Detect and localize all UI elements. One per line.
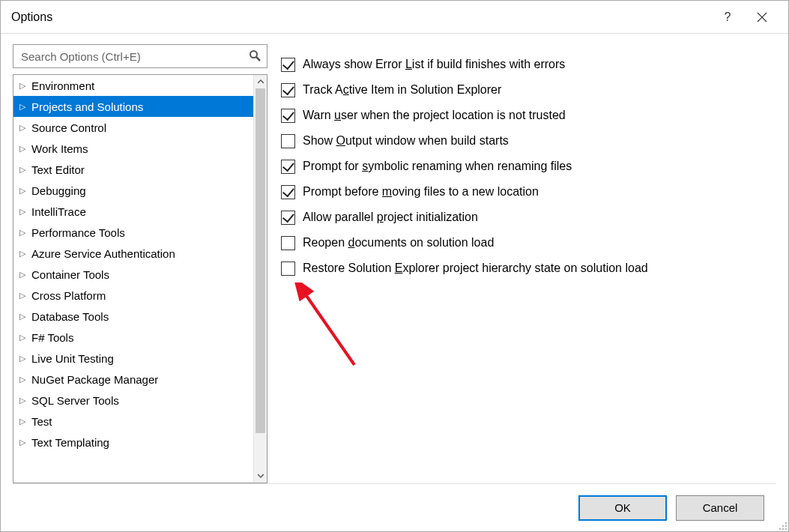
tree-expand-icon[interactable]: ▷ xyxy=(19,81,27,91)
checkbox[interactable] xyxy=(281,58,295,72)
tree-item-live-unit-testing[interactable]: ▷Live Unit Testing xyxy=(13,348,253,369)
option-label[interactable]: Warn user when the project location is n… xyxy=(303,109,566,122)
tree-expand-icon[interactable]: ▷ xyxy=(19,438,27,447)
help-icon: ? xyxy=(725,10,731,24)
tree-expand-icon[interactable]: ▷ xyxy=(19,102,27,112)
tree-item-label: Work Items xyxy=(31,142,88,155)
checkbox[interactable] xyxy=(281,160,295,174)
tree-item-azure-service-authentication[interactable]: ▷Azure Service Authentication xyxy=(13,243,253,264)
resize-grip-icon[interactable] xyxy=(777,520,788,531)
tree-item-nuget-package-manager[interactable]: ▷NuGet Package Manager xyxy=(13,369,253,390)
tree-expand-icon[interactable]: ▷ xyxy=(19,312,27,321)
checkbox[interactable] xyxy=(281,211,295,225)
tree-item-label: F# Tools xyxy=(31,331,73,344)
option-label[interactable]: Always show Error List if build finishes… xyxy=(303,58,565,71)
option-label[interactable]: Prompt before moving files to a new loca… xyxy=(303,185,539,199)
tree-expand-icon[interactable]: ▷ xyxy=(19,207,27,217)
checkbox[interactable] xyxy=(281,109,295,123)
option-row: Allow parallel project initialization xyxy=(281,205,776,230)
option-row: Always show Error List if build finishes… xyxy=(281,52,776,77)
option-label[interactable]: Track Active Item in Solution Explorer xyxy=(303,83,501,97)
tree-item-text-templating[interactable]: ▷Text Templating xyxy=(13,432,253,453)
tree-item-projects-and-solutions[interactable]: ▷Projects and Solutions xyxy=(13,96,253,117)
svg-point-5 xyxy=(785,522,787,524)
tree-expand-icon[interactable]: ▷ xyxy=(19,417,27,426)
close-button[interactable] xyxy=(745,1,779,34)
tree-item-cross-platform[interactable]: ▷Cross Platform xyxy=(13,285,253,306)
scroll-thumb[interactable] xyxy=(256,88,265,433)
tree-expand-icon[interactable]: ▷ xyxy=(19,144,27,154)
checkbox[interactable] xyxy=(281,83,295,97)
option-label[interactable]: Show Output window when build starts xyxy=(303,134,509,148)
tree-item-label: IntelliTrace xyxy=(31,205,86,218)
tree-item-f-tools[interactable]: ▷F# Tools xyxy=(13,327,253,348)
option-row: Warn user when the project location is n… xyxy=(281,103,776,128)
option-label[interactable]: Reopen documents on solution load xyxy=(303,236,494,250)
tree-item-text-editor[interactable]: ▷Text Editor xyxy=(13,159,253,180)
tree-item-label: Projects and Solutions xyxy=(31,100,143,113)
tree-item-source-control[interactable]: ▷Source Control xyxy=(13,117,253,138)
tree-item-label: Text Editor xyxy=(31,163,85,176)
annotation-arrow-icon xyxy=(294,282,362,372)
checkbox[interactable] xyxy=(281,185,295,199)
tree-expand-icon[interactable]: ▷ xyxy=(19,165,27,175)
option-label[interactable]: Allow parallel project initialization xyxy=(303,211,478,224)
tree-item-intellitrace[interactable]: ▷IntelliTrace xyxy=(13,201,253,222)
ok-button[interactable]: OK xyxy=(578,495,667,521)
tree-expand-icon[interactable]: ▷ xyxy=(19,396,27,405)
checkbox[interactable] xyxy=(281,134,295,148)
checkbox[interactable] xyxy=(281,236,295,250)
svg-point-6 xyxy=(782,525,784,527)
tree-item-label: Live Unit Testing xyxy=(31,352,114,365)
tree-item-environment[interactable]: ▷Environment xyxy=(13,75,253,96)
tree-expand-icon[interactable]: ▷ xyxy=(19,333,27,342)
tree-expand-icon[interactable]: ▷ xyxy=(19,291,27,300)
window-title: Options xyxy=(11,10,710,24)
tree-expand-icon[interactable]: ▷ xyxy=(19,270,27,279)
option-label[interactable]: Prompt for symbolic renaming when renami… xyxy=(303,160,572,173)
tree-item-sql-server-tools[interactable]: ▷SQL Server Tools xyxy=(13,390,253,411)
option-row: Prompt before moving files to a new loca… xyxy=(281,179,776,205)
tree-expand-icon[interactable]: ▷ xyxy=(19,228,27,238)
tree-item-label: Debugging xyxy=(31,184,86,197)
tree-scrollbar[interactable] xyxy=(253,75,267,483)
tree-item-label: NuGet Package Manager xyxy=(31,373,158,386)
option-label[interactable]: Restore Solution Explorer project hierar… xyxy=(303,262,648,275)
tree-expand-icon[interactable]: ▷ xyxy=(19,375,27,384)
option-row: Reopen documents on solution load xyxy=(281,230,776,256)
dialog-footer: OK Cancel xyxy=(13,483,776,531)
tree-item-database-tools[interactable]: ▷Database Tools xyxy=(13,306,253,327)
help-button[interactable]: ? xyxy=(710,1,745,34)
tree-item-label: Database Tools xyxy=(31,310,109,323)
search-box[interactable] xyxy=(13,44,267,68)
scroll-down-icon[interactable] xyxy=(254,469,267,483)
tree-expand-icon[interactable]: ▷ xyxy=(19,354,27,363)
checkbox[interactable] xyxy=(281,262,295,276)
tree-item-container-tools[interactable]: ▷Container Tools xyxy=(13,264,253,285)
tree-item-label: Environment xyxy=(31,79,94,92)
tree-item-work-items[interactable]: ▷Work Items xyxy=(13,138,253,159)
svg-point-8 xyxy=(779,528,781,530)
option-row: Restore Solution Explorer project hierar… xyxy=(281,256,776,281)
tree-expand-icon[interactable]: ▷ xyxy=(19,123,27,133)
search-icon xyxy=(247,49,262,64)
svg-point-10 xyxy=(785,528,787,530)
tree-expand-icon[interactable]: ▷ xyxy=(19,186,27,196)
svg-point-9 xyxy=(782,528,784,530)
tree-expand-icon[interactable]: ▷ xyxy=(19,249,27,259)
svg-point-7 xyxy=(785,525,787,527)
scroll-up-icon[interactable] xyxy=(254,75,267,88)
cancel-button[interactable]: Cancel xyxy=(676,495,764,521)
tree-item-label: Performance Tools xyxy=(31,226,125,239)
tree-item-test[interactable]: ▷Test xyxy=(13,411,253,432)
left-panel: ▷Environment▷Projects and Solutions▷Sour… xyxy=(13,44,267,483)
tree-item-label: Text Templating xyxy=(31,436,109,449)
search-input[interactable] xyxy=(19,49,247,64)
tree-item-performance-tools[interactable]: ▷Performance Tools xyxy=(13,222,253,243)
tree-item-label: Cross Platform xyxy=(31,289,106,302)
tree-item-label: SQL Server Tools xyxy=(31,394,119,407)
tree-item-label: Source Control xyxy=(31,121,106,134)
tree-item-debugging[interactable]: ▷Debugging xyxy=(13,180,253,201)
close-icon xyxy=(757,12,767,22)
tree-item-label: Container Tools xyxy=(31,268,109,281)
